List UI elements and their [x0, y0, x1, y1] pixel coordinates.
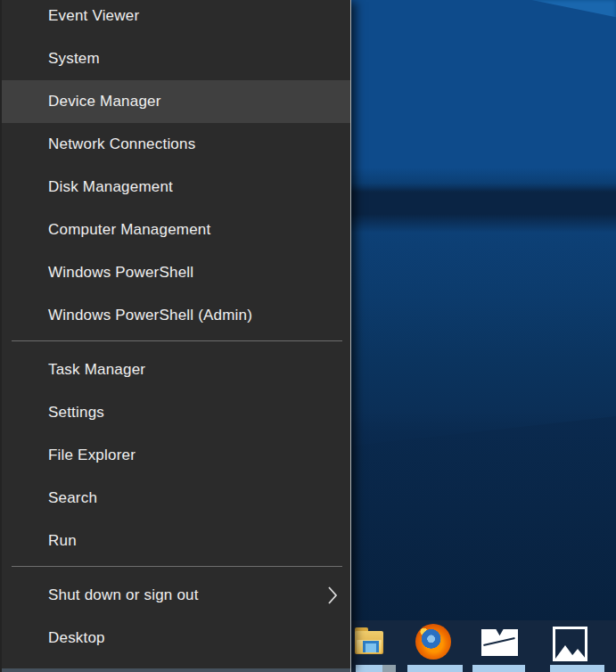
menu-item-device-manager[interactable]: Device Manager — [2, 80, 350, 123]
menu-item-windows-powershell-admin[interactable]: Windows PowerShell (Admin) — [2, 294, 350, 337]
menu-item-windows-powershell[interactable]: Windows PowerShell — [2, 251, 350, 294]
photos-icon[interactable] — [553, 627, 587, 661]
menu-item-label: Run — [48, 532, 77, 550]
taskbar-indicator-bar — [472, 665, 525, 672]
menu-item-settings[interactable]: Settings — [2, 391, 350, 434]
menu-item-desktop[interactable]: Desktop — [2, 617, 350, 660]
menu-item-label: Windows PowerShell (Admin) — [48, 307, 252, 324]
menu-item-label: Shut down or sign out — [48, 586, 199, 604]
winx-power-user-menu: Event ViewerSystemDevice ManagerNetwork … — [0, 0, 351, 672]
menu-item-system[interactable]: System — [2, 37, 350, 80]
chevron-right-icon — [327, 586, 338, 605]
menu-item-label: Settings — [48, 404, 104, 422]
menu-item-disk-management[interactable]: Disk Management — [2, 166, 350, 209]
menu-item-label: Event Viewer — [48, 7, 139, 25]
desktop-wallpaper — [351, 0, 616, 620]
menu-bottom-edge — [2, 668, 350, 672]
mail-icon[interactable] — [481, 629, 518, 656]
menu-item-label: Desktop — [48, 629, 105, 647]
menu-item-label: File Explorer — [48, 447, 136, 464]
menu-item-label: Network Connections — [48, 135, 195, 153]
menu-item-network-connections[interactable]: Network Connections — [2, 123, 350, 166]
taskbar-indicator-bar — [356, 665, 396, 672]
menu-item-run[interactable]: Run — [2, 520, 350, 562]
menu-item-label: Disk Management — [48, 178, 173, 196]
menu-item-label: Windows PowerShell — [48, 264, 193, 282]
menu-item-event-viewer[interactable]: Event Viewer — [2, 0, 350, 37]
menu-item-label: Search — [48, 489, 97, 507]
menu-list: Event ViewerSystemDevice ManagerNetwork … — [2, 0, 350, 660]
menu-item-shut-down-or-sign-out[interactable]: Shut down or sign out — [2, 574, 350, 617]
menu-separator — [2, 562, 350, 574]
taskbar — [351, 620, 616, 672]
taskbar-indicator-bar — [407, 665, 463, 672]
menu-item-task-manager[interactable]: Task Manager — [2, 348, 350, 391]
menu-item-label: Device Manager — [48, 93, 161, 111]
menu-item-computer-management[interactable]: Computer Management — [2, 209, 350, 251]
menu-item-search[interactable]: Search — [2, 477, 350, 520]
wallpaper-lower-shade — [351, 410, 616, 620]
wallpaper-light-beam — [496, 0, 616, 21]
menu-item-label: Computer Management — [48, 221, 210, 239]
firefox-icon[interactable] — [415, 624, 451, 660]
menu-item-file-explorer[interactable]: File Explorer — [2, 434, 350, 477]
menu-item-label: Task Manager — [48, 361, 145, 379]
menu-separator — [2, 337, 350, 348]
menu-item-label: System — [48, 50, 100, 68]
taskbar-indicator-bar — [550, 665, 604, 672]
file-explorer-icon[interactable] — [354, 626, 384, 656]
